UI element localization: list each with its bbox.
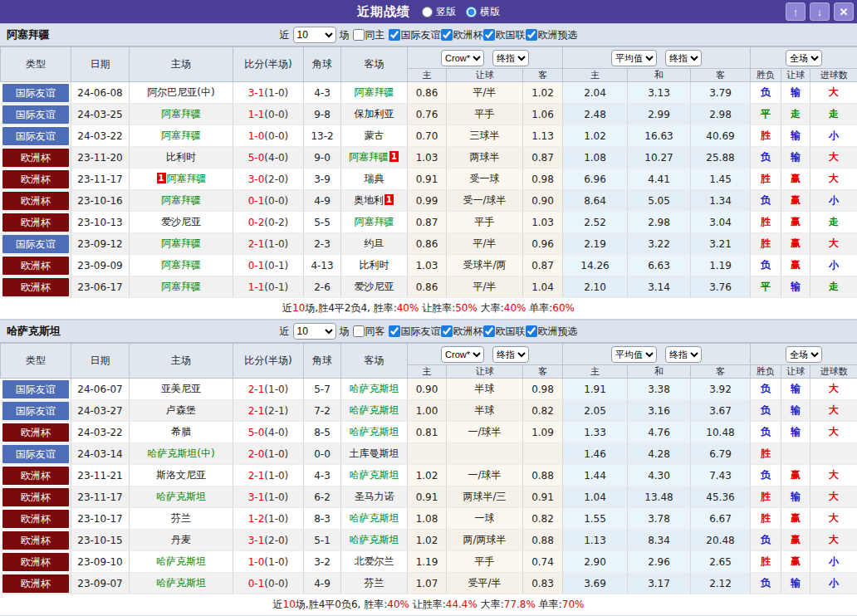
sub-header-avg-draw: 和 [628,69,691,82]
goals-result-cell: 大 [810,82,857,104]
matches-table: 类型 日期 主场 比分(半场) 角球 客场 Crow* 终指 平均值 终指 [0,343,857,594]
avg-home-odds-cell: 2.52 [563,212,628,233]
avg-draw-odds-cell: 4.30 [628,465,691,486]
same-venue-filter[interactable]: 同主 [353,28,385,42]
league-cell: 欧洲杯 [1,276,71,298]
near-label: 近 [280,28,290,42]
avg-draw-odds-cell: 16.63 [628,125,691,147]
filter-controls: 近 10 场 同主 国际友谊欧洲杯欧国联欧洲预选 [280,27,578,43]
league-filter[interactable]: 欧洲杯 [441,28,483,42]
score-cell: 1-0(1-0) [233,551,304,573]
league-filter[interactable]: 欧国联 [483,325,526,339]
full-match-select[interactable]: 全场 [786,346,822,363]
horizontal-layout-option[interactable]: 横版 [466,5,500,19]
handicap-result-cell: 赢 [781,212,810,233]
halftime-score: (2-1) [264,405,288,417]
crow-home-odds-cell: 1.03 [408,255,447,276]
team-name: 芬兰 [171,512,191,524]
match-row: 欧洲杯23-11-171阿塞拜疆3-0(2-0)3-9瑞典0.91受一球0.98… [1,169,857,190]
team-name: 比利时 [166,151,196,163]
home-team-cell: 斯洛文尼亚 [130,465,233,486]
crow-away-odds-cell: 1.06 [523,104,563,125]
crow-home-odds-cell: 0.70 [408,125,447,147]
corners-cell: 13-2 [304,125,341,147]
odds-company-select[interactable]: Crow* [441,50,484,66]
league-checkbox[interactable] [483,325,495,337]
same-venue-filter[interactable]: 同客 [353,325,385,339]
goals-result-cell: 大 [810,379,857,400]
league-filter[interactable]: 欧国联 [483,28,526,42]
horizontal-layout-radio[interactable] [466,7,477,17]
league-cell: 欧洲杯 [1,486,71,508]
match-count-select[interactable]: 10 [293,323,336,340]
same-venue-checkbox[interactable] [353,29,365,41]
league-checkbox[interactable] [389,29,400,41]
sub-header-result: 胜负 [751,365,781,379]
halftime-score: (1-0) [264,384,288,395]
away-team-cell: 爱沙尼亚 [341,276,408,298]
full-match-select[interactable]: 全场 [786,50,822,66]
col-header-date: 日期 [71,344,130,379]
handicap-result-cell: 输 [781,82,810,104]
league-badge: 欧洲杯 [2,257,70,275]
same-venue-checkbox[interactable] [353,325,365,337]
sub-header-away-odds: 客 [523,365,563,379]
team-name: 保加利亚 [355,108,394,120]
team-name: 亚美尼亚 [161,383,201,394]
league-filter[interactable]: 国际友谊 [389,325,441,339]
page-title: 近期战绩 [357,4,410,20]
move-up-button[interactable]: ↑ [786,2,806,21]
match-result-cell: 胜 [751,212,781,233]
league-checkbox[interactable] [526,29,537,41]
crow-home-odds-cell: 1.03 [408,147,447,169]
match-count-select[interactable]: 10 [293,27,336,43]
league-cell: 欧洲杯 [1,190,71,212]
league-checkbox[interactable] [441,325,453,337]
match-row: 欧洲杯24-03-22希腊5-0(4-0)8-5哈萨克斯坦0.81一/球半1.0… [1,422,857,443]
odds-company-select[interactable]: Crow* [441,346,484,363]
section-header-bar: 哈萨克斯坦 近 10 场 同客 国际友谊欧洲杯欧国联欧洲预选 [0,320,857,343]
match-result-cell: 平 [751,276,781,298]
match-row: 欧洲杯23-11-20比利时5-0(4-0)9-0阿塞拜疆11.03两球半0.8… [1,147,857,169]
section-team-name: 阿塞拜疆 [7,27,50,42]
close-button[interactable]: ✕ [834,2,854,21]
average-select[interactable]: 平均值 [611,346,657,363]
average-select[interactable]: 平均值 [611,50,657,66]
league-checkbox[interactable] [526,325,537,337]
team-name: 比利时 [360,259,389,271]
handicap-line-cell: 受一球 [447,169,523,190]
home-team-cell: 阿塞拜疆 [130,125,233,147]
average-final-select[interactable]: 终指 [665,50,702,66]
handicap-final-select[interactable]: 终指 [492,346,529,363]
avg-draw-odds-cell: 3.13 [628,82,691,104]
crow-away-odds-cell: 0.83 [523,573,563,594]
handicap-final-select[interactable]: 终指 [492,50,529,66]
handicap-result-cell [781,443,810,465]
vertical-layout-radio[interactable] [422,7,433,17]
avg-draw-odds-cell: 10.27 [628,147,691,169]
league-badge: 欧洲杯 [2,192,70,210]
league-filter[interactable]: 欧洲杯 [441,325,483,339]
avg-away-odds-cell: 3.76 [691,276,751,298]
vertical-layout-option[interactable]: 竖版 [422,5,456,19]
league-filter[interactable]: 国际友谊 [389,28,441,42]
crow-home-odds-cell: 0.91 [408,486,447,508]
layout-radio-group: 竖版 横版 [422,5,500,19]
goals-result-cell: 大 [810,486,857,508]
away-team-cell: 奥地利1 [341,190,408,212]
date-cell: 23-10-13 [71,212,130,233]
average-final-select[interactable]: 终指 [665,346,702,363]
league-checkbox[interactable] [441,29,453,41]
halftime-score: (1-0) [264,87,288,99]
away-team-cell: 阿塞拜疆1 [341,147,408,169]
goals-result-cell: 小 [810,125,857,147]
match-result-cell: 胜 [751,233,781,255]
move-down-button[interactable]: ↓ [810,2,830,21]
league-filter[interactable]: 欧洲预选 [526,28,578,42]
crow-home-odds-cell: 1.02 [408,465,447,486]
score-cell: 5-0(4-0) [233,422,304,443]
league-filter[interactable]: 欧洲预选 [526,325,578,339]
league-checkbox[interactable] [483,29,495,41]
filter-controls: 近 10 场 同客 国际友谊欧洲杯欧国联欧洲预选 [280,323,578,340]
league-checkbox[interactable] [389,325,400,337]
